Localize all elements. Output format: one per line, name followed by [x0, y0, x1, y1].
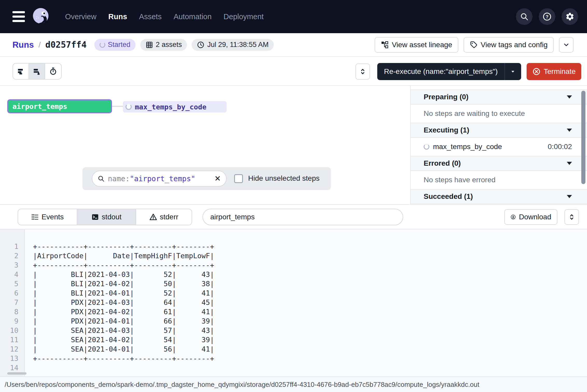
view-timer-button[interactable] — [45, 64, 61, 79]
spinner-icon — [100, 42, 105, 48]
download-icon — [511, 213, 516, 221]
stopwatch-icon — [49, 67, 57, 75]
log-line: 11| SEA|2021-04-02| 54| 39| — [0, 335, 587, 345]
panel-scrollbar[interactable] — [581, 91, 585, 184]
primary-nav: Overview Runs Assets Automation Deployme… — [64, 10, 274, 24]
gantt-chart: airport_temps max_temps_by_code name:"ai… — [0, 86, 410, 204]
hide-unselected-label: Hide unselected steps — [248, 174, 320, 183]
gantt-step-airport-temps[interactable]: airport_temps — [7, 99, 112, 113]
dagster-logo[interactable] — [31, 6, 51, 27]
tab-events[interactable]: Events — [18, 209, 77, 225]
section-succeeded[interactable]: Succeeded (1) — [411, 189, 587, 204]
hamburger-menu-icon[interactable] — [12, 11, 25, 22]
log-toolbar: Events stdout stderr airport_temps — [0, 205, 587, 229]
clock-icon — [197, 41, 205, 49]
view-flat-gantt-button[interactable] — [13, 64, 29, 79]
reexecute-split-button: Re-execute (name:"airport_temps") — [377, 63, 521, 80]
breadcrumb-separator: / — [39, 40, 41, 49]
filter-query-prefix: name: — [108, 174, 130, 183]
collapse-triangle-icon — [567, 162, 572, 165]
spinner-icon — [424, 144, 429, 150]
gantt-step-max-temps-by-code[interactable]: max_temps_by_code — [123, 101, 227, 113]
collapse-triangle-icon — [567, 195, 572, 198]
section-errored-empty: No steps have errored — [411, 171, 587, 189]
filter-query-value: "airport_temps" — [130, 174, 195, 183]
events-list-icon — [31, 213, 39, 221]
top-navbar: Overview Runs Assets Automation Deployme… — [0, 0, 587, 33]
timestamp-badge: Jul 29, 11:38:55 AM — [192, 39, 274, 51]
collapse-triangle-icon — [567, 95, 572, 99]
nav-item-deployment[interactable]: Deployment — [222, 10, 265, 24]
breadcrumb-runs-link[interactable]: Runs — [12, 40, 34, 50]
log-tabs: Events stdout stderr — [18, 209, 192, 225]
section-preparing-empty: No steps are waiting to execute — [411, 104, 587, 123]
zoom-fit-button[interactable] — [355, 64, 370, 80]
view-asset-lineage-button[interactable]: View asset lineage — [375, 37, 458, 53]
clear-filter-icon[interactable]: ✕ — [214, 175, 221, 183]
view-tags-config-button[interactable]: View tags and config — [464, 37, 554, 53]
tab-stderr[interactable]: stderr — [136, 209, 192, 225]
step-status-panel: Preparing (0) No steps are waiting to ex… — [410, 86, 587, 204]
tag-icon — [470, 41, 478, 49]
status-badge: Started — [94, 39, 136, 51]
run-gantt-section: airport_temps max_temps_by_code name:"ai… — [0, 86, 587, 205]
cancel-circle-icon — [532, 67, 541, 76]
collapse-triangle-icon — [567, 129, 572, 132]
nav-item-runs[interactable]: Runs — [107, 10, 129, 24]
search-button[interactable] — [516, 8, 533, 25]
section-errored[interactable]: Errored (0) — [411, 156, 587, 171]
log-line: 12| SEA|2021-04-01| 56| 41| — [0, 345, 587, 354]
log-line: 7| PDX|2021-04-03| 64| 45| — [0, 298, 587, 307]
chevron-down-icon — [563, 41, 570, 48]
spinner-icon — [125, 104, 132, 110]
log-line: 8| PDX|2021-04-02| 61| 41| — [0, 307, 587, 317]
log-file-path: /Users/ben/repos/components_demo/spark-d… — [5, 381, 479, 389]
view-waterfall-gantt-button[interactable] — [29, 64, 45, 79]
log-line: 1+-----------+----------+---------+-----… — [0, 242, 587, 251]
log-horizontal-scrollbar[interactable] — [7, 372, 26, 375]
gantt-view-toggle — [12, 63, 62, 80]
download-button[interactable]: Download — [504, 209, 557, 225]
up-down-chevrons-icon — [359, 68, 366, 75]
search-icon — [520, 12, 529, 21]
log-content: 1+-----------+----------+---------+-----… — [0, 242, 587, 373]
grid-icon — [145, 41, 153, 49]
step-filter-input[interactable]: name:"airport_temps" ✕ — [92, 171, 227, 187]
nav-item-assets[interactable]: Assets — [137, 10, 163, 24]
reexecute-options-button[interactable] — [505, 63, 521, 80]
section-executing[interactable]: Executing (1) — [411, 123, 587, 138]
nav-item-overview[interactable]: Overview — [64, 10, 98, 24]
run-header: Runs / d0257ff4 Started 2 assets Jul 29,… — [0, 33, 587, 57]
flat-gantt-icon — [17, 67, 25, 75]
up-down-chevrons-icon — [568, 213, 575, 221]
expand-log-button[interactable] — [564, 209, 579, 225]
nav-item-automation[interactable]: Automation — [172, 10, 213, 24]
hide-unselected-checkbox[interactable] — [234, 174, 243, 183]
settings-button[interactable] — [562, 8, 578, 25]
log-file-path-bar: /Users/ben/repos/components_demo/spark-d… — [0, 376, 587, 392]
terminate-button[interactable]: Terminate — [527, 63, 581, 80]
help-button[interactable]: ? — [539, 8, 555, 25]
log-line: 5| BLI|2021-04-02| 50| 38| — [0, 279, 587, 289]
section-preparing[interactable]: Preparing (0) — [411, 89, 587, 104]
svg-text:?: ? — [546, 14, 549, 19]
reexecute-button[interactable]: Re-execute (name:"airport_temps") — [377, 63, 505, 80]
log-line: 3+-----------+----------+---------+-----… — [0, 261, 587, 270]
tab-stdout[interactable]: stdout — [77, 209, 136, 225]
more-run-actions-button[interactable] — [559, 37, 574, 53]
log-line: 2|AirportCode| Date|TempHighF|TempLowF| — [0, 251, 587, 261]
log-line: 9| PDX|2021-04-01| 66| 39| — [0, 317, 587, 326]
log-step-selector[interactable]: airport_temps — [202, 209, 403, 225]
run-id: d0257ff4 — [45, 40, 87, 50]
warning-triangle-icon — [149, 213, 157, 221]
lineage-icon — [381, 41, 389, 49]
help-icon: ? — [542, 12, 552, 21]
assets-count-badge: 2 assets — [140, 39, 187, 51]
log-line: 10| SEA|2021-04-03| 57| 43| — [0, 326, 587, 335]
gear-icon — [565, 12, 575, 21]
waterfall-gantt-icon — [33, 67, 41, 75]
executing-step-row[interactable]: max_temps_by_code 0:00:02 — [411, 138, 587, 156]
log-line: 6| BLI|2021-04-01| 52| 41| — [0, 289, 587, 298]
stdout-log-viewer: 1+-----------+----------+---------+-----… — [0, 229, 587, 376]
gantt-edge — [112, 106, 123, 107]
